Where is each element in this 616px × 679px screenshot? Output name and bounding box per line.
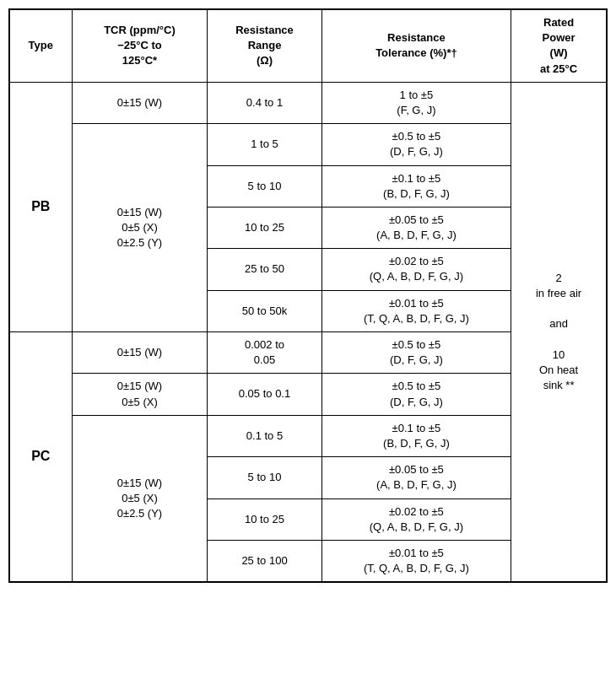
pb-type-cell: PB	[9, 82, 72, 331]
pc-tolerance-6: ±0.01 to ±5(T, Q, A, B, D, F, G, J)	[322, 540, 511, 582]
pb-tolerance-1: 1 to ±5(F, G, J)	[322, 82, 511, 123]
header-row: Type TCR (ppm/°C)−25°C to125°C* Resistan…	[9, 9, 607, 82]
pc-range-5: 10 to 25	[208, 498, 322, 540]
pc-tolerance-3: ±0.1 to ±5(B, D, F, G, J)	[322, 415, 511, 456]
pb-row-1: PB 0±15 (W) 0.4 to 1 1 to ±5(F, G, J) 2i…	[9, 82, 607, 123]
pb-tolerance-2: ±0.5 to ±5(D, F, G, J)	[322, 124, 511, 165]
resistor-table: Type TCR (ppm/°C)−25°C to125°C* Resistan…	[8, 8, 608, 583]
pc-tolerance-4: ±0.05 to ±5(A, B, D, F, G, J)	[322, 457, 511, 498]
pb-tolerance-5: ±0.02 to ±5(Q, A, B, D, F, G, J)	[322, 249, 511, 290]
pc-tcr-1: 0±15 (W)	[72, 332, 208, 374]
pb-tolerance-6: ±0.01 to ±5(T, Q, A, B, D, F, G, J)	[322, 290, 511, 331]
pb-range-6: 50 to 50k	[208, 290, 322, 331]
pb-range-2: 1 to 5	[208, 124, 322, 165]
pc-tcr-3: 0±15 (W)0±5 (X)0±2.5 (Y)	[72, 415, 208, 582]
pc-range-6: 25 to 100	[208, 540, 322, 582]
col-tcr: TCR (ppm/°C)−25°C to125°C*	[72, 9, 208, 82]
pb-tolerance-4: ±0.05 to ±5(A, B, D, F, G, J)	[322, 207, 511, 248]
pc-type-cell: PC	[9, 332, 72, 583]
pc-tolerance-1: ±0.5 to ±5(D, F, G, J)	[322, 332, 511, 374]
pc-range-4: 5 to 10	[208, 457, 322, 498]
rated-power-cell: 2in free airand10On heatsink **	[511, 82, 607, 582]
pb-tcr-2: 0±15 (W)0±5 (X)0±2.5 (Y)	[72, 124, 208, 332]
pc-range-1: 0.002 to0.05	[208, 332, 322, 374]
pc-range-3: 0.1 to 5	[208, 415, 322, 456]
col-type: Type	[9, 9, 72, 82]
pc-tolerance-5: ±0.02 to ±5(Q, A, B, D, F, G, J)	[322, 498, 511, 540]
pc-tcr-2: 0±15 (W)0±5 (X)	[72, 374, 208, 415]
col-power: RatedPower(W)at 25°C	[511, 9, 607, 82]
pb-range-5: 25 to 50	[208, 249, 322, 290]
pb-range-1: 0.4 to 1	[208, 82, 322, 123]
pb-range-3: 5 to 10	[208, 165, 322, 207]
pc-tolerance-2: ±0.5 to ±5(D, F, G, J)	[322, 374, 511, 415]
col-tolerance: ResistanceTolerance (%)*†	[322, 9, 511, 82]
pc-range-2: 0.05 to 0.1	[208, 374, 322, 415]
col-range: ResistanceRange(Ω)	[208, 9, 322, 82]
pb-tolerance-3: ±0.1 to ±5(B, D, F, G, J)	[322, 165, 511, 207]
pb-range-4: 10 to 25	[208, 207, 322, 248]
pb-tcr-1: 0±15 (W)	[72, 82, 208, 123]
